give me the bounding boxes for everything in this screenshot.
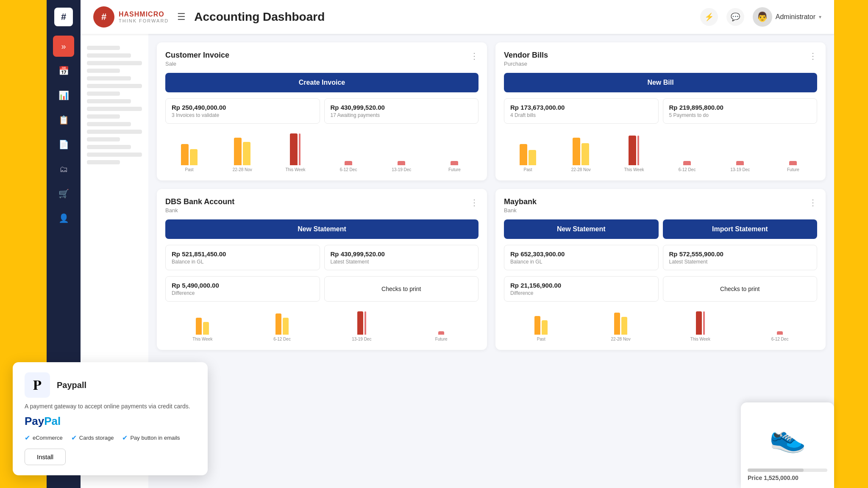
paypal-install-button[interactable]: Install	[25, 449, 66, 465]
mb-bar-red-1	[696, 311, 702, 335]
shoe-popup: 👟 Price 1,525,000.00	[741, 402, 834, 488]
nav-line	[87, 99, 131, 103]
check-pay-icon: ✔	[122, 434, 128, 442]
paypal-title-block: Paypall	[57, 380, 86, 390]
dashboard-grid: Customer Invoice Sale ⋮ Create Invoice R…	[157, 42, 826, 350]
maybank-checks-to-print-button[interactable]: Checks to print	[663, 276, 818, 302]
dbs-latest-statement-label: Latest Statement	[331, 259, 473, 265]
invoices-to-validate-stat: Rp 250,490,000.00 3 Invoices to validate	[165, 98, 320, 124]
mb-bar-3	[614, 313, 620, 335]
shoe-price-bar-fill	[748, 469, 804, 472]
vb-chart-bar-6dec: 6-12 Dec	[663, 131, 711, 172]
dbs-bar-4	[283, 318, 289, 335]
paypal-logo-icon: 𝐏	[33, 377, 42, 393]
dbs-latest-statement-amount: Rp 430,999,520.00	[331, 250, 473, 258]
dbs-bar-label-red: 13-19 Dec	[352, 337, 371, 341]
maybank-stats-row1: Rp 652,303,900.00 Balance in GL Rp 572,5…	[504, 245, 817, 270]
customer-invoice-menu-icon[interactable]: ⋮	[470, 51, 479, 61]
top-navigation: # HASHMICRO THINK FORWARD ☰ Accounting D…	[81, 0, 834, 34]
sidebar-icon-chart[interactable]: 📊	[53, 85, 74, 106]
maybank-new-statement-button[interactable]: New Statement	[504, 219, 659, 239]
mb-bar-label-6dec: 6-12 Dec	[771, 337, 789, 341]
paypal-feature-ecommerce: ✔ eCommerce	[25, 434, 63, 442]
mb-bar-label-thisweek: This Week	[690, 337, 710, 341]
paypal-header: 𝐏 Paypall	[25, 372, 196, 398]
chart-bar-future: Future	[431, 131, 479, 172]
sidebar-icon-calendar[interactable]: 📅	[53, 60, 74, 81]
paypal-popup: 𝐏 Paypall A payment gateway to accept on…	[13, 362, 208, 475]
card-title-block: Customer Invoice Sale	[165, 51, 229, 67]
sidebar-icon-expand[interactable]: »	[53, 36, 74, 57]
dbs-difference-stat: Rp 5,490,000.00 Difference	[165, 276, 320, 302]
chart-bar-thisweek: This Week	[271, 131, 319, 172]
paypal-feature-pay-button: ✔ Pay button in emails	[122, 434, 180, 442]
dbs-latest-statement-stat: Rp 430,999,520.00 Latest Statement	[324, 245, 479, 270]
mb-bar-red-line	[703, 311, 705, 335]
vb-bar-redlight-1	[683, 161, 691, 165]
mb-bar-1	[534, 316, 540, 335]
paypal-feature-pay-label: Pay button in emails	[130, 435, 180, 441]
maybank-stats-row2: Rp 21,156,900.00 Difference Checks to pr…	[504, 276, 817, 302]
user-menu[interactable]: 👨 Administrator ▾	[753, 7, 821, 27]
dbs-bank-title: DBS Bank Account	[165, 197, 234, 206]
nav-line	[87, 76, 131, 80]
nav-line	[87, 46, 120, 50]
chat-icon[interactable]: 💬	[726, 8, 744, 26]
bar-orange-1	[181, 144, 189, 165]
customer-invoice-stats: Rp 250,490,000.00 3 Invoices to validate…	[165, 98, 479, 124]
bar-redlight-3	[451, 161, 458, 165]
vendor-bills-title: Vendor Bills	[504, 51, 548, 60]
dbs-checks-to-print-button[interactable]: Checks to print	[324, 276, 479, 302]
hashmicro-brand: HASHMICRO THINK FORWARD	[119, 11, 169, 23]
vendor-title-block: Vendor Bills Purchase	[504, 51, 548, 67]
bar-orange-2	[234, 138, 242, 165]
bar-label-thisweek: This Week	[285, 167, 305, 172]
chart-bar-13dec: 13-19 Dec	[378, 131, 426, 172]
chevron-down-icon: ▾	[819, 14, 821, 20]
bar-red-line-1	[299, 133, 300, 165]
paypal-feature-cards: ✔ Cards storage	[71, 434, 114, 442]
nav-line	[87, 114, 120, 119]
invoices-to-validate-label: 3 Invoices to validate	[172, 112, 314, 118]
chart-bar-6dec: 6-12 Dec	[325, 131, 373, 172]
vb-bar-redlight-2	[736, 161, 744, 165]
maybank-difference-stat: Rp 21,156,900.00 Difference	[504, 276, 659, 302]
new-bill-button[interactable]: New Bill	[504, 73, 817, 92]
sidebar-icon-list[interactable]: 📋	[53, 109, 74, 130]
sidebar-icon-table[interactable]: 🗂	[53, 158, 74, 180]
dbs-menu-icon[interactable]: ⋮	[470, 197, 479, 208]
sidebar-icon-cart[interactable]: 🛒	[53, 183, 74, 204]
dbs-bar-label-future: Future	[435, 337, 448, 341]
sidebar-logo: #	[51, 4, 76, 30]
dbs-new-statement-button[interactable]: New Statement	[165, 219, 479, 239]
sidebar-icon-document[interactable]: 📄	[53, 134, 74, 155]
dbs-chart-bar-future: Future	[404, 309, 479, 341]
payments-to-do-label: 5 Payments to do	[669, 112, 811, 118]
maybank-title: Maybank	[504, 197, 537, 206]
vb-bar-label-6dec: 6-12 Dec	[679, 167, 696, 172]
chart-bar-past: Past	[165, 131, 213, 172]
lightning-icon[interactable]: ⚡	[700, 8, 718, 26]
paypal-logo-box: 𝐏	[25, 372, 50, 398]
vendor-card-header: Vendor Bills Purchase ⋮	[504, 51, 817, 67]
menu-toggle-icon[interactable]: ☰	[177, 11, 186, 22]
create-invoice-button[interactable]: Create Invoice	[165, 73, 479, 92]
awaiting-payments-amount: Rp 430,999,520.00	[331, 104, 473, 111]
vendor-bills-menu-icon[interactable]: ⋮	[809, 51, 817, 61]
maybank-balance-gl-stat: Rp 652,303,900.00 Balance in GL	[504, 245, 659, 270]
mb-chart-bar-past: Past	[504, 309, 579, 341]
maybank-chart: Past 22-28 Nov This Week	[504, 308, 817, 341]
vendor-bills-stats: Rp 173,673,000.00 4 Draft bills Rp 219,8…	[504, 98, 817, 124]
maybank-menu-icon[interactable]: ⋮	[809, 197, 817, 208]
check-ecommerce-icon: ✔	[25, 434, 30, 442]
maybank-balance-gl-label: Balance in GL	[510, 259, 652, 265]
maybank-import-statement-button[interactable]: Import Statement	[663, 219, 818, 239]
shoe-image: 👟	[748, 409, 827, 464]
dbs-bank-chart: This Week 6-12 Dec 13-19 Dec	[165, 308, 479, 341]
vb-bar-label-future: Future	[787, 167, 799, 172]
bar-red-1	[290, 133, 298, 165]
vb-bar-orange-2	[573, 138, 580, 165]
sidebar-icon-user[interactable]: 👤	[53, 208, 74, 229]
dbs-difference-amount: Rp 5,490,000.00	[172, 282, 314, 289]
page-title: Accounting Dashboard	[194, 10, 700, 24]
